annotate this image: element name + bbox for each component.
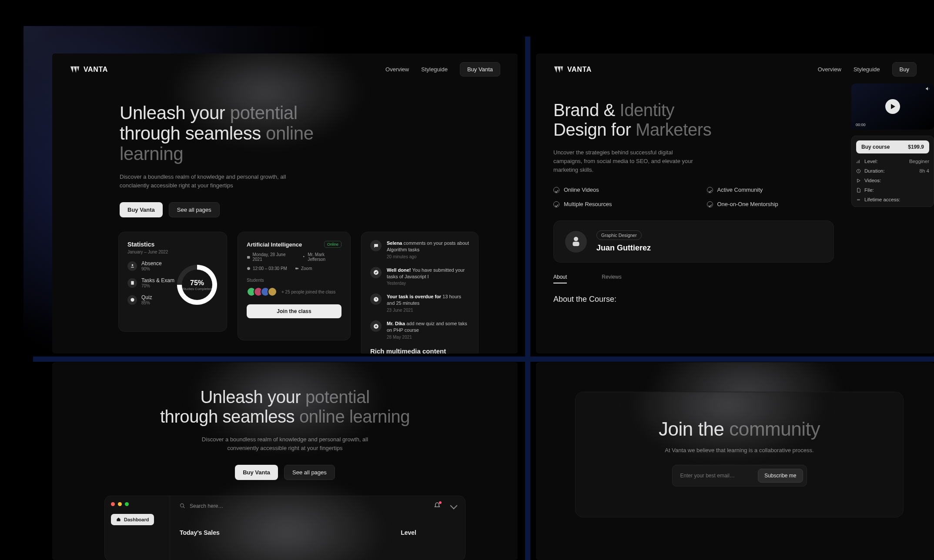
feed-item[interactable]: Mr. Dika add new quiz and some taks on P… xyxy=(370,320,469,340)
join-sub: At Vanta we believe that learning is a c… xyxy=(593,447,886,453)
svg-point-7 xyxy=(374,270,378,275)
author-role-badge: Graphic Designer xyxy=(596,230,642,240)
brand: VANTA xyxy=(70,65,108,74)
landing-hero-centered-panel: Unleash your potential through seamless … xyxy=(52,362,518,560)
feed-item[interactable]: Well done! You have submitted your tasks… xyxy=(370,267,469,286)
clock-icon xyxy=(370,293,382,305)
stats-range: January – June 2022 xyxy=(127,250,218,254)
see-all-pages-button[interactable]: See all pages xyxy=(169,202,220,217)
clock-icon xyxy=(856,169,861,173)
brand: VANTA xyxy=(553,65,592,74)
nav-overview[interactable]: Overview xyxy=(385,66,409,73)
play-icon[interactable] xyxy=(885,99,900,114)
nav-overview[interactable]: Overview xyxy=(818,66,841,73)
person-icon xyxy=(127,261,137,271)
file-icon xyxy=(856,188,861,193)
brand-name: VANTA xyxy=(84,66,108,73)
svg-rect-6 xyxy=(295,268,298,270)
feed-title: Rich multimedia content xyxy=(370,347,469,353)
level-label: Level xyxy=(401,529,416,536)
check-icon xyxy=(370,267,382,278)
check-circle-icon xyxy=(553,201,559,207)
level-icon xyxy=(856,159,861,164)
course-detail-panel: VANTA Overview Styleguide Buy Brand & Id… xyxy=(536,53,934,353)
course-feature: Active Community xyxy=(707,187,834,193)
video-icon xyxy=(295,267,299,270)
play-icon xyxy=(856,178,861,183)
svg-rect-3 xyxy=(247,256,250,259)
svg-point-13 xyxy=(181,504,184,507)
nav-buy-button[interactable]: Buy Vanta xyxy=(460,62,500,77)
hero-sub: Discover a boundless realm of knowledge … xyxy=(120,173,311,190)
nav-styleguide[interactable]: Styleguide xyxy=(854,66,880,73)
community-panel: Join the community At Vanta we believe t… xyxy=(536,362,934,560)
landing-hero-panel: VANTA Overview Styleguide Buy Vanta Unle… xyxy=(52,53,518,353)
bell-icon[interactable] xyxy=(434,502,441,509)
svg-point-10 xyxy=(574,237,578,241)
course-video-preview[interactable]: 00:00 xyxy=(851,83,934,130)
chevron-down-icon[interactable] xyxy=(450,502,458,509)
svg-point-4 xyxy=(303,256,305,257)
search-icon xyxy=(180,503,185,509)
avatar xyxy=(268,287,277,297)
course-price: $199.9 xyxy=(908,144,924,150)
buy-vanta-button[interactable]: Buy Vanta xyxy=(235,465,278,480)
join-class-button[interactable]: Join the class xyxy=(247,304,341,318)
purchase-card: Buy course $199.9 Level:Begginer Duratio… xyxy=(851,136,934,207)
email-field[interactable] xyxy=(680,473,758,479)
window-close-icon xyxy=(111,502,115,506)
calendar-icon xyxy=(247,255,250,259)
sidebar-item-dashboard[interactable]: Dashboard xyxy=(111,514,154,525)
class-card: Artificial Intelligence Online Monday, 2… xyxy=(238,232,351,340)
join-title: Join the community xyxy=(593,418,886,440)
course-feature: Multiple Resources xyxy=(553,201,681,207)
course-feature: One-on-One Mentorship xyxy=(707,201,834,207)
hero-title: Unleash your potential through seamless … xyxy=(120,103,365,164)
see-all-pages-button[interactable]: See all pages xyxy=(284,465,335,480)
chat-icon xyxy=(370,240,382,251)
feed-item[interactable]: Your task is overdue for 13 hours and 25… xyxy=(370,293,469,313)
home-icon xyxy=(116,517,121,522)
svg-point-2 xyxy=(131,298,134,301)
window-min-icon xyxy=(118,502,122,506)
logo-icon xyxy=(70,65,79,74)
progress-ring: 75% Studies Completed xyxy=(177,265,217,305)
plus-icon xyxy=(370,320,382,332)
person-icon xyxy=(302,255,305,259)
feed-item[interactable]: Selena comments on your posts about Algo… xyxy=(370,240,469,259)
stats-title: Statistics xyxy=(127,241,218,248)
clipboard-icon xyxy=(127,278,137,288)
stats-card: Statistics January – June 2022 Absence90… xyxy=(118,232,227,332)
svg-rect-11 xyxy=(573,242,579,246)
check-circle-icon xyxy=(707,187,713,193)
status-badge: Online xyxy=(324,241,341,248)
activity-feed-card: Selena comments on your posts about Algo… xyxy=(361,232,479,353)
infinity-icon xyxy=(856,197,861,202)
author-avatar-icon xyxy=(565,231,587,253)
subscribe-button[interactable]: Subscribe me xyxy=(758,469,803,483)
course-feature: Online Videos xyxy=(553,187,681,193)
author-name: Juan Guttierez xyxy=(596,243,651,253)
tab-about[interactable]: About xyxy=(553,274,567,283)
nav-buy-button[interactable]: Buy xyxy=(892,62,917,77)
today-sales-label: Today's Sales xyxy=(180,529,220,536)
course-sub: Uncover the strategies behind successful… xyxy=(553,148,701,174)
svg-point-5 xyxy=(247,267,250,270)
check-circle-icon xyxy=(553,187,559,193)
author-card: Graphic Designer Juan Guttierez xyxy=(553,220,834,263)
search-input[interactable]: Search here… xyxy=(180,503,455,509)
about-heading: About the Course: xyxy=(553,295,834,304)
top-nav: VANTA Overview Styleguide Buy Vanta xyxy=(52,53,518,77)
volume-icon xyxy=(925,86,931,91)
svg-point-0 xyxy=(131,264,133,266)
buy-course-button[interactable]: Buy course xyxy=(861,144,890,150)
nav-styleguide[interactable]: Styleguide xyxy=(421,66,448,73)
tab-reviews[interactable]: Reviews xyxy=(602,274,621,283)
class-title: Artificial Intelligence xyxy=(247,241,302,248)
join-card: Join the community At Vanta we believe t… xyxy=(575,392,904,517)
buy-vanta-button[interactable]: Buy Vanta xyxy=(120,202,163,217)
hero-sub: Discover a boundless realm of knowledge … xyxy=(194,435,376,453)
svg-rect-1 xyxy=(131,281,134,284)
course-title: Brand & Identity Design for Marketers xyxy=(553,100,834,140)
logo-icon xyxy=(553,65,563,74)
